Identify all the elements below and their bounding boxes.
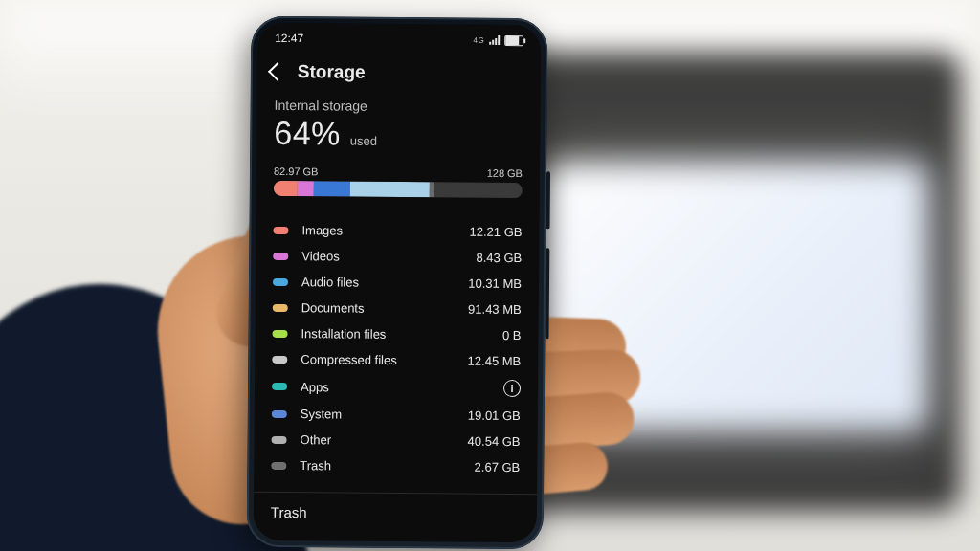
category-row[interactable]: Videos8.43 GB [273,243,522,271]
category-label: Trash [300,458,474,474]
category-row[interactable]: Documents91.43 MB [273,295,522,322]
category-color-swatch [272,383,287,390]
category-row[interactable]: System19.01 GB [272,401,521,429]
category-label: Installation files [301,326,502,342]
status-time: 12:47 [275,32,303,45]
category-label: Videos [301,249,476,265]
category-value: 91.43 MB [468,302,522,317]
category-row[interactable]: Appsi [272,372,521,403]
total-value: 128 GB [487,167,523,179]
category-value: 2.67 GB [475,460,521,474]
status-right: 4G [473,34,523,45]
category-value: 8.43 GB [476,251,522,265]
category-label: Images [301,223,469,239]
category-color-swatch [273,277,288,285]
category-color-swatch [273,226,288,233]
category-list: Images12.21 GBVideos8.43 GBAudio files10… [271,217,522,480]
usage-bar-segment [350,182,430,198]
info-icon[interactable]: i [503,380,521,397]
signal-icon [489,35,500,45]
category-value: 0 B [502,328,522,342]
category-row[interactable]: Trash2.67 GB [271,452,520,480]
scene: 12:47 4G Storage Internal storage 64% us… [0,0,980,551]
page-header: Storage [257,50,541,99]
usage-bar-segment [274,181,298,196]
category-row[interactable]: Other40.54 GB [271,427,520,454]
usage-bar-segment [297,181,313,196]
phone-screen[interactable]: 12:47 4G Storage Internal storage 64% us… [254,23,542,543]
used-label: used [350,134,377,148]
page-title: Storage [298,61,366,83]
usage-percent: 64% [274,115,341,153]
category-color-swatch [272,435,287,443]
battery-icon [504,34,523,45]
usage-bar-segment [314,181,351,196]
category-value: 12.45 MB [468,354,522,368]
category-label: Audio files [301,275,468,291]
category-row[interactable]: Compressed files12.45 MB [272,346,521,374]
category-label: Compressed files [301,352,467,368]
category-value: 12.21 GB [469,225,522,239]
category-row[interactable]: Installation files0 B [272,320,521,348]
section-title: Internal storage [275,98,523,115]
usage-percent-row: 64% used [274,115,523,154]
category-label: Documents [301,300,468,317]
status-bar: 12:47 4G [257,23,541,53]
category-color-swatch [272,355,287,363]
storage-body: Internal storage 64% used 82.97 GB 128 G… [254,96,541,523]
bar-labels: 82.97 GB 128 GB [274,165,523,179]
category-color-swatch [271,461,286,469]
category-color-swatch [273,252,288,259]
category-row[interactable]: Images12.21 GB [273,217,522,245]
category-row[interactable]: Audio files10.31 MB [273,269,522,297]
usage-bar [274,181,523,198]
category-label: Other [300,432,467,449]
category-label: Apps [301,380,498,396]
back-icon[interactable] [268,62,287,81]
trash-section-title[interactable]: Trash [271,493,520,522]
phone-frame: 12:47 4G Storage Internal storage 64% us… [247,16,548,550]
category-value: 10.31 MB [468,276,522,291]
category-color-swatch [272,409,287,417]
category-color-swatch [272,329,287,337]
category-value: 19.01 GB [468,408,521,423]
usage-bar-segment [429,182,434,197]
category-value: 40.54 GB [468,434,521,449]
category-label: System [301,407,468,423]
category-color-swatch [273,303,288,311]
used-value: 82.97 GB [274,165,319,177]
network-label: 4G [474,35,485,44]
